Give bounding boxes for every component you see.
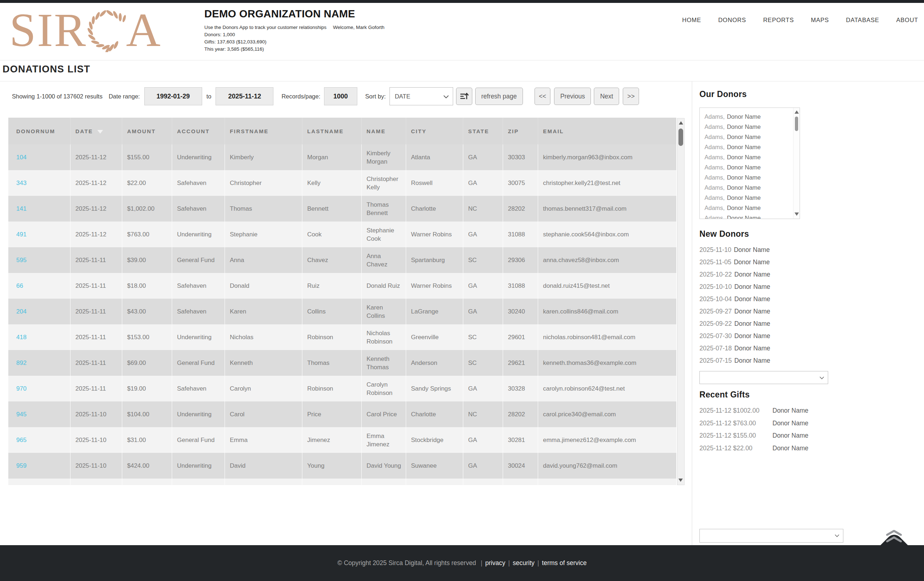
refresh-page-button[interactable]: refresh page (475, 88, 523, 105)
scroll-up-arrow-icon[interactable] (679, 121, 683, 124)
cell-lastname: Ruiz (302, 273, 361, 299)
donornum-link[interactable]: 595 (16, 257, 26, 263)
nav-item-reports[interactable]: REPORTS (763, 17, 794, 23)
date-to-input[interactable] (216, 87, 274, 105)
column-header-state[interactable]: STATE (463, 118, 503, 144)
recent-gift-item: 2025-11-12 $155.00Donor Name (700, 429, 808, 442)
footer-link-security[interactable]: security (513, 559, 535, 566)
column-header-name[interactable]: NAME (361, 118, 406, 144)
new-donor-name: Donor Name (734, 246, 770, 253)
column-header-lastname[interactable]: LASTNAME (302, 118, 361, 144)
cell-firstname: Carol (224, 401, 302, 427)
footer-link-terms-of-service[interactable]: terms of service (542, 559, 587, 566)
listbox-scrollbar[interactable] (793, 108, 800, 218)
column-header-label: STATE (468, 128, 489, 134)
nav-item-maps[interactable]: MAPS (811, 17, 829, 23)
our-donors-option[interactable]: Adams,Donor Name (705, 152, 800, 162)
our-donors-option[interactable]: Adams,Donor Name (705, 111, 800, 122)
nav-item-home[interactable]: HOME (682, 17, 701, 23)
date-from-input[interactable] (144, 87, 202, 105)
scroll-down-arrow-icon[interactable] (678, 478, 683, 482)
cell-state: GA (463, 427, 503, 453)
donornum-link[interactable]: 959 (16, 462, 26, 469)
table-row: 4182025-11-11$153.00UnderwritingNicholas… (8, 324, 676, 350)
table-row: 9592025-11-10$424.00UnderwritingDavidYou… (8, 453, 676, 478)
donornum-link[interactable]: 343 (16, 180, 26, 186)
new-donor-item: 2025-07-30Donor Name (700, 330, 770, 342)
donornum-link[interactable]: 418 (16, 334, 26, 341)
our-donors-option[interactable]: Adams,Donor Name (705, 122, 800, 132)
donornum-link[interactable]: 945 (16, 411, 26, 418)
column-header-email[interactable]: EMAIL (538, 118, 676, 144)
records-per-page-input[interactable] (324, 87, 357, 105)
our-donors-option[interactable]: Adams,Donor Name (705, 203, 800, 213)
sidebar-bottom-select[interactable] (700, 529, 843, 543)
column-header-account[interactable]: ACCOUNT (172, 118, 224, 144)
cell-amount: $424.00 (122, 453, 172, 478)
column-header-date[interactable]: DATE (70, 118, 122, 144)
donornum-link[interactable]: 204 (16, 308, 26, 315)
column-header-label: FIRSTNAME (230, 128, 269, 134)
cell-empty (361, 478, 406, 485)
footer-link-privacy[interactable]: privacy (485, 559, 505, 566)
donornum-link[interactable]: 104 (16, 154, 26, 161)
cell-account: Safehaven (172, 376, 224, 401)
sort-select[interactable]: DATE (389, 87, 453, 105)
listbox-scroll-down-icon[interactable] (795, 212, 799, 216)
previous-page-button[interactable]: Previous (554, 88, 591, 105)
cell-amount: $104.00 (122, 401, 172, 427)
our-donors-option[interactable]: Adams,Donor Name (705, 162, 800, 172)
donornum-link[interactable]: 141 (16, 205, 26, 212)
cell-empty (302, 478, 361, 485)
nav-item-database[interactable]: DATABASE (846, 17, 879, 23)
donor-name: Donor Name (727, 215, 761, 219)
cell-date: 2025-11-12 (70, 222, 122, 247)
nav-item-donors[interactable]: DONORS (718, 17, 746, 23)
sort-amount-icon (459, 91, 469, 101)
recent-gift-item: 2025-11-12 $1002.00Donor Name (700, 404, 808, 417)
donornum-link[interactable]: 491 (16, 231, 26, 238)
donornum-link[interactable]: 892 (16, 359, 26, 366)
donornum-link[interactable]: 970 (16, 385, 26, 392)
our-donors-option[interactable]: Adams,Donor Name (705, 142, 800, 152)
date-range-label: Date range: (109, 93, 140, 100)
table-scrollbar[interactable] (677, 118, 685, 485)
table-row: 9452025-11-10$104.00UnderwritingCarolPri… (8, 401, 676, 427)
donornum-link[interactable]: 965 (16, 437, 26, 444)
column-header-city[interactable]: CITY (406, 118, 463, 144)
column-header-zip[interactable]: ZIP (503, 118, 538, 144)
org-title: DEMO ORGANIZATION NAME (204, 8, 384, 20)
donornum-link[interactable]: 66 (16, 282, 23, 289)
table-row: 662025-11-11$18.00SafehavenDonaldRuizDon… (8, 273, 676, 299)
column-header-firstname[interactable]: FIRSTNAME (224, 118, 302, 144)
first-page-button[interactable]: << (535, 88, 550, 105)
new-donors-select[interactable] (700, 371, 828, 384)
cell-donornum: 141 (8, 196, 70, 222)
cell-city: LaGrange (406, 299, 463, 324)
cell-city: Roswell (406, 170, 463, 196)
new-donor-date: 2025-07-15 (700, 357, 732, 364)
sort-direction-button[interactable] (456, 88, 472, 105)
cell-city: Spartanburg (406, 247, 463, 273)
cell-firstname: Nicholas (224, 324, 302, 350)
table-scrollbar-thumb[interactable] (678, 129, 683, 146)
cell-amount: $763.00 (122, 222, 172, 247)
column-header-donornum[interactable]: DONORNUM (8, 118, 70, 144)
table-header-row: DONORNUMDATEAMOUNTACCOUNTFIRSTNAMELASTNA… (8, 118, 676, 144)
listbox-scroll-up-icon[interactable] (795, 111, 799, 114)
chevron-up-double-icon[interactable] (886, 530, 902, 543)
our-donors-option[interactable]: Adams,Donor Name (705, 132, 800, 142)
cell-firstname: Christopher (224, 170, 302, 196)
our-donors-option[interactable]: Adams,Donor Name (705, 172, 800, 182)
our-donors-option[interactable]: Adams,Donor Name (705, 213, 800, 219)
next-page-button[interactable]: Next (594, 88, 619, 105)
our-donors-option[interactable]: Adams,Donor Name (705, 182, 800, 193)
listbox-scrollbar-thumb[interactable] (795, 117, 798, 131)
nav-item-about[interactable]: ABOUT (896, 17, 918, 23)
last-page-button[interactable]: >> (623, 88, 639, 105)
our-donors-option[interactable]: Adams,Donor Name (705, 193, 800, 203)
logo-text-post: A (126, 6, 161, 54)
column-header-amount[interactable]: AMOUNT (122, 118, 172, 144)
our-donors-listbox[interactable]: Adams,Donor NameAdams,Donor NameAdams,Do… (700, 108, 800, 219)
new-donor-name: Donor Name (734, 320, 770, 327)
